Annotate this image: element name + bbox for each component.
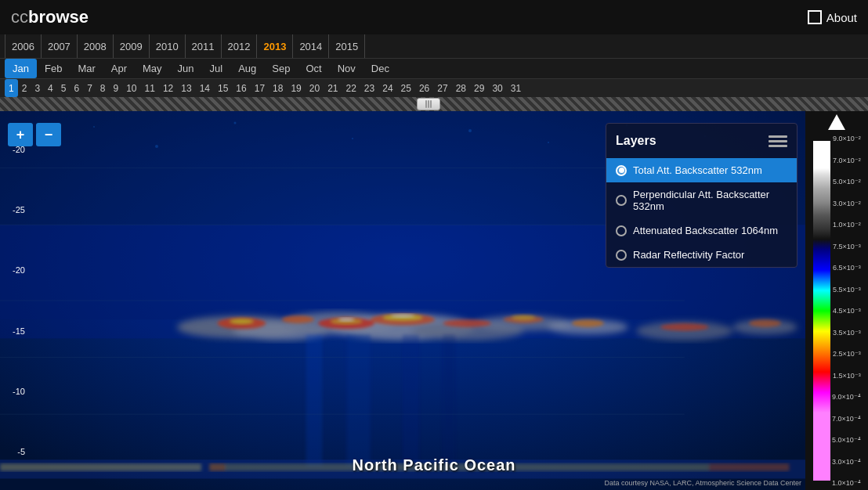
day-item-18[interactable]: 18 xyxy=(269,79,287,97)
color-gradient xyxy=(813,141,830,481)
scale-label-11: 1.5×10⁻³ xyxy=(832,372,861,380)
svg-rect-45 xyxy=(709,463,790,471)
svg-point-8 xyxy=(468,129,472,132)
day-item-29[interactable]: 29 xyxy=(470,79,488,97)
year-item-2008[interactable]: 2008 xyxy=(78,34,114,58)
month-item-Apr[interactable]: Apr xyxy=(103,59,135,78)
header: ccbrowse About xyxy=(0,0,868,34)
about-button[interactable]: About xyxy=(808,10,857,24)
scale-labels: 9.0×10⁻²7.0×10⁻²5.0×10⁻²3.0×10⁻²1.0×10⁻²… xyxy=(832,133,861,488)
day-item-4[interactable]: 4 xyxy=(44,79,57,97)
layer-option-layer1[interactable]: Total Att. Backscatter 532nm xyxy=(606,158,797,182)
layer-option-layer3[interactable]: Attenuated Backscatter 1064nm xyxy=(606,218,797,243)
y-label-4: -15 xyxy=(0,326,27,336)
year-item-2006[interactable]: 2006 xyxy=(5,34,42,58)
year-item-2009[interactable]: 2009 xyxy=(114,34,150,58)
day-item-2[interactable]: 2 xyxy=(18,79,31,97)
month-item-Nov[interactable]: Nov xyxy=(330,59,363,78)
svg-point-31 xyxy=(230,319,254,324)
scale-label-16: 1.0×10⁻⁴ xyxy=(832,479,861,487)
month-bar: JanFebMarAprMayJunJulAugSepOctNovDec xyxy=(0,58,868,78)
layers-icon[interactable] xyxy=(769,132,787,150)
about-label: About xyxy=(826,11,857,24)
scale-label-13: 7.0×10⁻⁴ xyxy=(832,415,861,423)
scale-label-12: 9.0×10⁻⁴ xyxy=(832,393,861,401)
day-item-27[interactable]: 27 xyxy=(433,79,451,97)
datasource-label: Data courtesy NASA, LARC, Atmospheric Sc… xyxy=(604,479,801,487)
day-item-24[interactable]: 24 xyxy=(378,79,396,97)
day-item-31[interactable]: 31 xyxy=(507,79,525,97)
day-item-8[interactable]: 8 xyxy=(96,79,110,97)
layer-option-layer4[interactable]: Radar Reflectivity Factor xyxy=(606,243,797,267)
day-item-20[interactable]: 20 xyxy=(306,79,324,97)
svg-point-34 xyxy=(512,315,536,320)
day-item-12[interactable]: 12 xyxy=(159,79,177,97)
year-item-2012[interactable]: 2012 xyxy=(222,34,258,58)
layer-label-layer1: Total Att. Backscatter 532nm xyxy=(633,164,762,176)
day-item-17[interactable]: 17 xyxy=(251,79,269,97)
day-bar: 1234567891011121314151617181920212223242… xyxy=(0,78,868,97)
day-item-28[interactable]: 28 xyxy=(452,79,470,97)
year-item-2013[interactable]: 2013 xyxy=(257,34,293,58)
scale-label-6: 6.5×10⁻³ xyxy=(832,264,861,272)
month-item-Dec[interactable]: Dec xyxy=(363,59,397,78)
month-item-Jan[interactable]: Jan xyxy=(5,59,37,78)
y-label-2: -25 xyxy=(0,205,27,214)
day-item-26[interactable]: 26 xyxy=(415,79,433,97)
radio-layer4 xyxy=(616,250,627,261)
day-item-16[interactable]: 16 xyxy=(232,79,250,97)
day-item-5[interactable]: 5 xyxy=(57,79,71,97)
day-item-30[interactable]: 30 xyxy=(488,79,506,97)
scale-label-3: 3.0×10⁻² xyxy=(832,200,861,207)
slider-handle[interactable] xyxy=(417,98,440,110)
month-item-Oct[interactable]: Oct xyxy=(298,59,329,78)
svg-point-28 xyxy=(572,319,604,327)
day-item-6[interactable]: 6 xyxy=(70,79,83,97)
month-item-Aug[interactable]: Aug xyxy=(230,59,264,78)
timeline-slider[interactable] xyxy=(0,97,868,111)
month-item-Mar[interactable]: Mar xyxy=(70,59,103,78)
month-item-May[interactable]: May xyxy=(135,59,170,78)
color-bar xyxy=(813,141,830,481)
day-item-11[interactable]: 11 xyxy=(141,79,159,97)
day-item-25[interactable]: 25 xyxy=(397,79,415,97)
day-item-14[interactable]: 14 xyxy=(196,79,214,97)
about-icon xyxy=(808,10,822,24)
radio-layer1 xyxy=(616,165,627,176)
day-item-9[interactable]: 9 xyxy=(110,79,123,97)
day-item-7[interactable]: 7 xyxy=(83,79,96,97)
y-label-3: -20 xyxy=(0,265,27,275)
svg-rect-39 xyxy=(403,335,419,467)
month-item-Sep[interactable]: Sep xyxy=(264,59,298,78)
day-item-22[interactable]: 22 xyxy=(342,79,360,97)
layer-option-layer2[interactable]: Perpendicular Att. Backscatter 532nm xyxy=(606,182,797,218)
day-item-1[interactable]: 1 xyxy=(5,79,18,97)
day-item-13[interactable]: 13 xyxy=(177,79,195,97)
zoom-controls: + − xyxy=(8,123,61,146)
radio-layer2 xyxy=(616,195,627,206)
month-item-Jul[interactable]: Jul xyxy=(202,59,231,78)
zoom-in-button[interactable]: + xyxy=(8,123,33,146)
day-item-19[interactable]: 19 xyxy=(287,79,305,97)
logo-cc: cc xyxy=(11,7,28,27)
day-item-23[interactable]: 23 xyxy=(360,79,378,97)
year-item-2014[interactable]: 2014 xyxy=(293,34,329,58)
ocean-label: North Pacific Ocean xyxy=(352,456,515,474)
layers-title: Layers xyxy=(616,134,656,148)
month-item-Jun[interactable]: Jun xyxy=(170,59,202,78)
year-item-2011[interactable]: 2011 xyxy=(186,34,222,58)
layer-label-layer4: Radar Reflectivity Factor xyxy=(633,249,744,261)
year-bar: 2006200720082009201020112012201320142015 xyxy=(0,34,868,58)
month-item-Feb[interactable]: Feb xyxy=(37,59,70,78)
zoom-out-button[interactable]: − xyxy=(36,123,61,146)
day-item-15[interactable]: 15 xyxy=(214,79,232,97)
day-item-3[interactable]: 3 xyxy=(31,79,44,97)
day-item-21[interactable]: 21 xyxy=(324,79,342,97)
year-item-2010[interactable]: 2010 xyxy=(150,34,186,58)
day-item-10[interactable]: 10 xyxy=(122,79,140,97)
year-item-2007[interactable]: 2007 xyxy=(42,34,78,58)
visualization-area: -20 -25 -20 -15 -10 -5 + − Layers Total … xyxy=(0,111,868,490)
layer-label-layer3: Attenuated Backscatter 1064nm xyxy=(633,225,778,236)
radio-layer3 xyxy=(616,225,627,236)
year-item-2015[interactable]: 2015 xyxy=(329,34,365,58)
